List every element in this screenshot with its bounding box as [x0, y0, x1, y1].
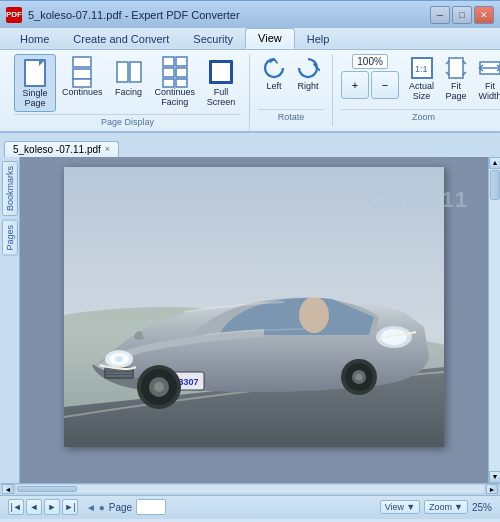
- sidebar: Bookmarks Pages: [0, 157, 20, 483]
- scroll-up-button[interactable]: ▲: [489, 157, 500, 169]
- svg-text:1:1: 1:1: [415, 64, 428, 74]
- doc-tab-close[interactable]: ×: [105, 144, 110, 154]
- doc-tab-filename: 5_koleso -07.11.pdf: [13, 144, 101, 155]
- document-tabs: 5_koleso -07.11.pdf ×: [0, 133, 500, 157]
- svg-rect-10: [176, 79, 187, 87]
- status-right: View ▼ Zoom ▼ 25%: [380, 500, 492, 514]
- doc-tab-file[interactable]: 5_koleso -07.11.pdf ×: [4, 141, 119, 157]
- svg-rect-12: [212, 63, 230, 81]
- svg-rect-15: [449, 58, 463, 78]
- tab-security[interactable]: Security: [181, 30, 245, 49]
- view-dropdown[interactable]: View ▼: [380, 500, 420, 514]
- status-bar: |◄ ◄ ► ►| ◄ ● Page View ▼ Zoom ▼ 25%: [0, 495, 500, 519]
- nav-last-button[interactable]: ►|: [62, 499, 78, 515]
- scroll-right-button[interactable]: ►: [486, 484, 498, 494]
- zoom-in-button[interactable]: +: [341, 71, 369, 99]
- svg-rect-23: [106, 372, 132, 374]
- ribbon-group-page-display: SinglePage Continues: [6, 54, 250, 131]
- rotate-left-icon: [262, 56, 286, 80]
- main-area: Bookmarks Pages CWE8.11: [0, 157, 500, 483]
- continues-facing-button[interactable]: ContinuesFacing: [151, 54, 200, 110]
- page-display-group-label: Page Display: [14, 114, 241, 127]
- ribbon: SinglePage Continues: [0, 50, 500, 133]
- window-title: 5_koleso-07.11.pdf - Expert PDF Converte…: [28, 9, 240, 21]
- nav-first-button[interactable]: |◄: [8, 499, 24, 515]
- continues-icon: [66, 56, 98, 88]
- continues-facing-icon: [159, 56, 191, 88]
- scroll-track[interactable]: [489, 169, 500, 471]
- fit-width-label: FitWidth: [479, 81, 500, 101]
- scrollbar-horizontal[interactable]: ◄ ►: [0, 483, 500, 495]
- rotate-buttons: Left Right: [258, 54, 324, 107]
- single-page-button[interactable]: SinglePage: [14, 54, 56, 112]
- svg-rect-2: [73, 79, 91, 87]
- svg-rect-0: [73, 57, 91, 67]
- sidebar-tab-bookmarks[interactable]: Bookmarks: [2, 161, 18, 216]
- facing-icon: [113, 56, 145, 88]
- page-number-input[interactable]: [136, 499, 166, 515]
- status-page: ◄ ● Page: [86, 499, 166, 515]
- svg-rect-6: [176, 57, 187, 66]
- status-nav-icon: ◄ ●: [86, 502, 105, 513]
- pdf-viewer[interactable]: CWE8.11: [20, 157, 488, 483]
- tab-home[interactable]: Home: [8, 30, 61, 49]
- hscroll-thumb[interactable]: [17, 486, 77, 492]
- title-bar: PDF 5_koleso-07.11.pdf - Expert PDF Conv…: [0, 0, 500, 28]
- page-label: Page: [109, 502, 132, 513]
- fit-page-icon: [444, 56, 468, 80]
- svg-rect-7: [163, 68, 174, 77]
- tab-view[interactable]: View: [245, 28, 295, 49]
- rotate-left-label: Left: [267, 81, 282, 91]
- svg-rect-5: [163, 57, 174, 66]
- zoom-out-button[interactable]: −: [371, 71, 399, 99]
- svg-rect-8: [176, 68, 187, 77]
- fit-page-label: FitPage: [446, 81, 467, 101]
- svg-rect-3: [117, 62, 128, 82]
- minimize-button[interactable]: ─: [430, 6, 450, 24]
- actual-size-button[interactable]: 1:1 ActualSize: [405, 54, 438, 103]
- zoom-dropdown[interactable]: Zoom ▼: [424, 500, 468, 514]
- tab-create-convert[interactable]: Create and Convert: [61, 30, 181, 49]
- actual-size-icon: 1:1: [410, 56, 434, 80]
- facing-button[interactable]: Facing: [109, 54, 149, 100]
- continues-button[interactable]: Continues: [58, 54, 107, 100]
- zoom-buttons: 100% + − 1:1 ActualSize: [341, 54, 500, 107]
- window-controls: ─ □ ✕: [430, 6, 494, 24]
- continues-facing-label: ContinuesFacing: [155, 88, 196, 108]
- full-screen-label: FullScreen: [207, 88, 236, 108]
- maximize-button[interactable]: □: [452, 6, 472, 24]
- car-svg: S GO 3307: [64, 167, 444, 447]
- svg-rect-1: [73, 69, 91, 79]
- close-button[interactable]: ✕: [474, 6, 494, 24]
- rotate-right-button[interactable]: Right: [292, 54, 324, 93]
- svg-point-40: [299, 297, 329, 333]
- svg-rect-9: [163, 79, 174, 87]
- svg-rect-24: [106, 375, 132, 377]
- rotate-left-button[interactable]: Left: [258, 54, 290, 93]
- nav-next-button[interactable]: ►: [44, 499, 60, 515]
- svg-rect-4: [130, 62, 141, 82]
- nav-prev-button[interactable]: ◄: [26, 499, 42, 515]
- continues-label: Continues: [62, 88, 103, 98]
- hscroll-track[interactable]: [16, 485, 484, 493]
- fit-page-button[interactable]: FitPage: [440, 54, 472, 103]
- scroll-down-button[interactable]: ▼: [489, 471, 500, 483]
- fit-width-button[interactable]: FitWidth: [474, 54, 500, 103]
- full-screen-button[interactable]: FullScreen: [201, 54, 241, 110]
- zoom-value: 25%: [472, 502, 492, 513]
- scroll-left-button[interactable]: ◄: [2, 484, 14, 494]
- pdf-page: S GO 3307: [64, 167, 444, 447]
- sidebar-tab-pages[interactable]: Pages: [2, 220, 18, 256]
- svg-point-29: [115, 356, 123, 362]
- actual-size-label: ActualSize: [409, 81, 434, 101]
- scroll-thumb[interactable]: [490, 170, 500, 200]
- ribbon-group-zoom: 100% + − 1:1 ActualSize: [333, 54, 500, 126]
- rotate-right-label: Right: [298, 81, 319, 91]
- scrollbar-vertical[interactable]: ▲ ▼: [488, 157, 500, 483]
- ribbon-tabs: Home Create and Convert Security View He…: [0, 28, 500, 50]
- tab-help[interactable]: Help: [295, 30, 342, 49]
- status-nav: |◄ ◄ ► ►|: [8, 499, 78, 515]
- facing-label: Facing: [115, 88, 142, 98]
- title-bar-left: PDF 5_koleso-07.11.pdf - Expert PDF Conv…: [6, 7, 240, 23]
- svg-point-39: [356, 373, 363, 380]
